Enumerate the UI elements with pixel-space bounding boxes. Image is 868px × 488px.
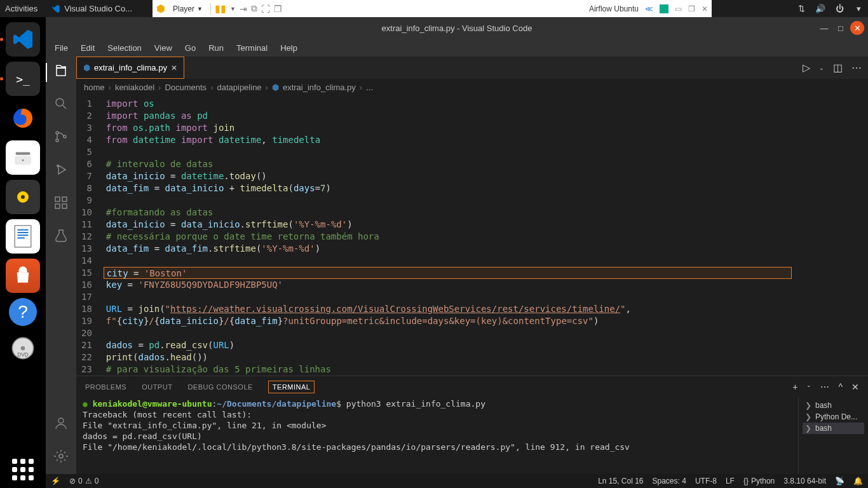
status-lncol[interactable]: Ln 15, Col 16 [598, 477, 643, 485]
problems-count[interactable]: ⊘0 ⚠0 [69, 477, 98, 485]
vm-restore-icon[interactable]: ❐ [688, 4, 695, 13]
code-line[interactable]: URL = join("https://weather.visualcrossi… [104, 303, 868, 315]
status-encoding[interactable]: UTF-8 [695, 477, 717, 485]
window-minimize[interactable]: — [817, 21, 831, 35]
current-app[interactable]: Visual Studio Co... [50, 4, 132, 14]
breadcrumb[interactable]: home›keniakodel›Documents›datapipeline›⬢… [76, 79, 868, 95]
code-line[interactable] [104, 291, 868, 303]
code-line[interactable]: f"{city}/{data_inicio}/{data_fim}?unitGr… [104, 315, 868, 327]
extensions-icon[interactable] [53, 195, 69, 214]
terminal-session[interactable]: ❯ bash [803, 400, 864, 411]
code-line[interactable] [104, 146, 868, 158]
status-python[interactable]: 3.8.10 64-bit [783, 477, 826, 485]
code-line[interactable]: #formatando as datas [104, 207, 868, 219]
vm-snapshot-icon[interactable]: ⧉ [251, 3, 257, 14]
breadcrumb-segment[interactable]: keniakodel [115, 83, 154, 92]
code-line[interactable]: from datetime import datetime, timedelta [104, 134, 868, 146]
code-line[interactable]: # intervalo de datas [104, 158, 868, 170]
vm-back-icon[interactable]: ≪ [645, 4, 653, 13]
network-icon[interactable]: ⇅ [797, 4, 806, 13]
scm-icon[interactable] [53, 129, 69, 148]
code-line[interactable]: data_fim = data_fim.strftime('%Y-%m-%d') [104, 243, 868, 255]
dock-apps-grid[interactable] [12, 459, 34, 480]
tab-extrai-info-clima[interactable]: ⬢ extrai_info_clima.py ✕ [76, 57, 184, 79]
account-icon[interactable] [53, 416, 69, 435]
breadcrumb-segment[interactable]: home [84, 83, 105, 92]
menu-view[interactable]: View [149, 42, 177, 54]
split-editor-icon[interactable]: ◫ [833, 62, 843, 74]
menu-go[interactable]: Go [180, 42, 201, 54]
code-line[interactable]: data_inicio = datetime.today() [104, 170, 868, 182]
panel-more-icon[interactable]: ⋯ [820, 382, 829, 392]
run-dropdown-icon[interactable]: ⌄ [819, 65, 824, 71]
window-close[interactable]: ✕ [850, 21, 864, 35]
panel-close-icon[interactable]: ✕ [851, 382, 859, 392]
code-line[interactable]: key = 'FNYZ68U5Q9DYDALDF9HZBP5UQ' [104, 279, 868, 291]
panel-tab-problems[interactable]: PROBLEMS [85, 383, 126, 391]
dock-disk[interactable]: DVD [6, 331, 40, 365]
code-line[interactable]: # necessária porque o date time retorna … [104, 231, 868, 243]
code-line[interactable]: print(dados.head()) [104, 351, 868, 363]
dock-firefox[interactable] [6, 101, 40, 135]
explorer-icon[interactable] [46, 63, 76, 82]
code-line[interactable]: data_fim = data_inicio + timedelta(days=… [104, 182, 868, 194]
volume-icon[interactable]: 🔊 [816, 4, 825, 13]
minimap[interactable] [796, 95, 859, 376]
dock-rhythmbox[interactable] [6, 180, 40, 214]
new-terminal-icon[interactable]: + [792, 382, 797, 392]
status-spaces[interactable]: Spaces: 4 [653, 477, 686, 485]
terminal-dropdown-icon[interactable]: ⌄ [806, 382, 811, 392]
code-line[interactable] [104, 194, 868, 207]
vm-close-icon[interactable]: ✕ [702, 4, 708, 13]
chevron-down-icon[interactable]: ▾ [854, 4, 863, 13]
remote-icon[interactable]: ⚡ [51, 477, 60, 485]
breadcrumb-segment[interactable]: ... [366, 83, 373, 92]
dock-terminal[interactable]: >_ [6, 62, 40, 96]
panel-tab-terminal[interactable]: TERMINAL [268, 381, 315, 393]
code-line[interactable]: dados = pd.read_csv(URL) [104, 339, 868, 351]
status-feedback-icon[interactable]: 📡 [835, 477, 844, 485]
tab-close-icon[interactable]: ✕ [171, 64, 177, 72]
search-icon[interactable] [53, 96, 69, 115]
vm-send-icon[interactable]: ⇥ [240, 4, 247, 14]
status-eol[interactable]: LF [726, 477, 735, 485]
dock-help[interactable]: ? [9, 298, 37, 326]
pause-icon[interactable]: ▮▮ [215, 3, 226, 15]
status-bell-icon[interactable]: 🔔 [853, 477, 863, 485]
window-maximize[interactable]: □ [834, 21, 848, 35]
code-line[interactable]: city = 'Boston' [104, 267, 792, 279]
code-editor[interactable]: 1234567891011121314151617181920212223 im… [76, 95, 868, 376]
terminal-content[interactable]: ● keniakodel@vmware-ubuntu:~/Documents/d… [76, 397, 798, 474]
debug-icon[interactable] [53, 162, 69, 181]
status-lang[interactable]: {}Python [743, 477, 775, 485]
code-line[interactable] [104, 255, 868, 267]
power-icon[interactable]: ⏻ [835, 4, 844, 13]
code-line[interactable]: from os.path import join [104, 122, 868, 134]
code-line[interactable]: data_inicio = data_inicio.strftime('%Y-%… [104, 219, 868, 231]
vm-dropdown-icon[interactable]: ▼ [230, 6, 236, 12]
breadcrumb-segment[interactable]: extrai_info_clima.py [283, 83, 356, 92]
dock-vscode[interactable] [6, 22, 40, 57]
run-icon[interactable]: ▷ [803, 62, 810, 74]
code-line[interactable] [104, 327, 868, 339]
more-tab-actions-icon[interactable]: ⋯ [851, 62, 862, 74]
menu-run[interactable]: Run [203, 42, 229, 54]
testing-icon[interactable] [53, 228, 69, 247]
player-menu[interactable]: Player ▼ [169, 3, 207, 15]
code-line[interactable]: import os [104, 98, 868, 110]
dock-files[interactable] [6, 140, 40, 175]
gear-icon[interactable] [53, 449, 69, 468]
menu-terminal[interactable]: Terminal [231, 42, 273, 54]
dock-libreoffice[interactable] [6, 219, 40, 254]
menu-file[interactable]: File [50, 42, 73, 54]
terminal-session[interactable]: ❯ bash [803, 423, 864, 434]
dock-software[interactable] [6, 259, 40, 293]
vm-fullscreen-icon[interactable]: ⛶ [261, 4, 270, 14]
breadcrumb-segment[interactable]: Documents [165, 83, 207, 92]
code-line[interactable]: # para visualização das 5 primeiras linh… [104, 363, 868, 376]
vm-minimize-icon[interactable]: ▭ [675, 4, 682, 13]
activities-button[interactable]: Activities [5, 4, 37, 13]
terminal-session[interactable]: ❯ Python De... [803, 411, 864, 423]
panel-tab-debug-console[interactable]: DEBUG CONSOLE [187, 383, 252, 391]
menu-edit[interactable]: Edit [76, 42, 100, 54]
